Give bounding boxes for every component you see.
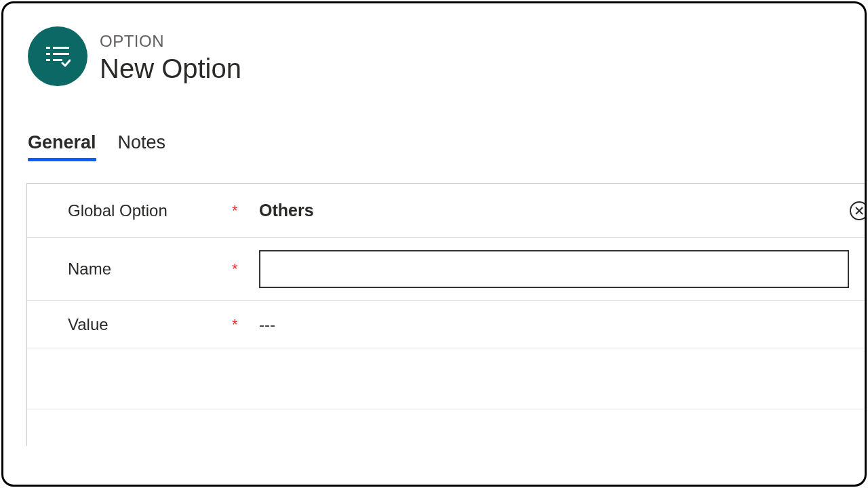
required-marker: * bbox=[232, 316, 251, 333]
value-label: Value bbox=[68, 315, 232, 334]
svg-rect-5 bbox=[53, 59, 62, 61]
field-row-global-option: Global Option * Others bbox=[27, 184, 867, 238]
required-marker: * bbox=[232, 202, 251, 220]
global-option-label: Global Option bbox=[68, 201, 232, 220]
field-row-value: Value * --- bbox=[27, 301, 867, 348]
name-label: Name bbox=[68, 260, 232, 279]
required-marker: * bbox=[232, 260, 251, 278]
spacer-row bbox=[27, 348, 867, 409]
value-value-cell[interactable]: --- bbox=[251, 315, 867, 334]
form-header: OPTION New Option bbox=[3, 3, 865, 86]
page-title: New Option bbox=[100, 54, 241, 84]
global-option-value-cell[interactable]: Others bbox=[251, 201, 867, 220]
svg-rect-0 bbox=[46, 47, 50, 49]
list-check-icon bbox=[45, 43, 71, 69]
global-option-value: Others bbox=[259, 201, 314, 220]
form-panel: Global Option * Others Name * bbox=[26, 183, 867, 446]
tab-general-label: General bbox=[28, 132, 96, 152]
header-text-block: OPTION New Option bbox=[100, 29, 241, 84]
tab-notes-label: Notes bbox=[118, 132, 166, 152]
form-window: OPTION New Option General Notes Global O… bbox=[1, 1, 867, 487]
field-row-name: Name * bbox=[27, 238, 867, 301]
name-input[interactable] bbox=[259, 250, 849, 288]
value-field-value: --- bbox=[259, 315, 275, 334]
tab-general[interactable]: General bbox=[28, 132, 96, 160]
tab-notes[interactable]: Notes bbox=[118, 132, 166, 160]
svg-rect-4 bbox=[46, 59, 50, 61]
svg-rect-3 bbox=[53, 53, 69, 55]
option-entity-icon bbox=[28, 26, 87, 86]
tabs-list: General Notes bbox=[28, 132, 865, 160]
bottom-row bbox=[27, 409, 867, 446]
svg-rect-1 bbox=[53, 47, 69, 49]
svg-rect-2 bbox=[46, 53, 50, 55]
lookup-clear-icon[interactable] bbox=[850, 201, 867, 220]
entity-type-label: OPTION bbox=[100, 32, 241, 51]
name-value-cell bbox=[251, 250, 867, 288]
